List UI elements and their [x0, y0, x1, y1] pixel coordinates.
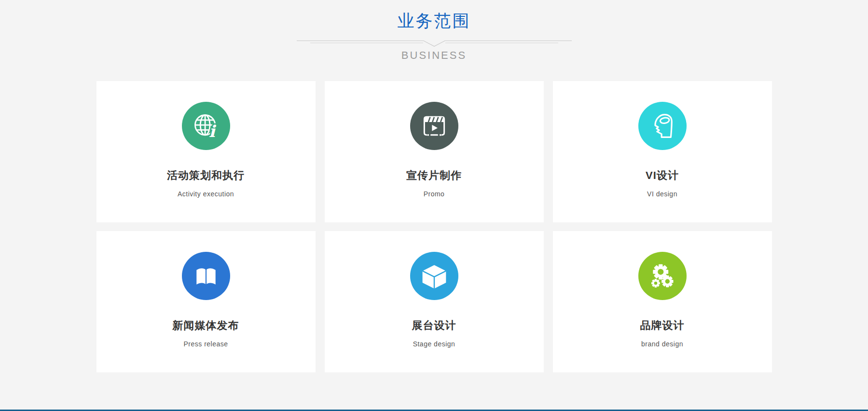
card-subtitle: VI design — [553, 190, 772, 198]
open-book-icon — [182, 252, 230, 300]
section-subtitle: BUSINESS — [0, 49, 868, 62]
divider-chevron — [0, 39, 868, 48]
card-subtitle: Press release — [96, 340, 316, 348]
head-profile-icon — [638, 102, 687, 150]
card-title: 宣传片制作 — [325, 168, 544, 183]
video-clapperboard-icon — [410, 102, 458, 150]
page-title: 业务范围 — [0, 11, 868, 31]
card-subtitle: Promo — [325, 190, 544, 198]
business-card-stage-design[interactable]: 展台设计 Stage design — [325, 231, 544, 372]
business-section-header: 业务范围 BUSINESS — [0, 0, 868, 62]
card-title: 新闻媒体发布 — [96, 318, 316, 333]
card-title: VI设计 — [553, 168, 772, 183]
business-card-activity-planning[interactable]: i 活动策划和执行 Activity execution — [96, 81, 316, 222]
card-subtitle: Activity execution — [96, 190, 316, 198]
business-grid: i 活动策划和执行 Activity execution 宣传片制作 Promo — [96, 81, 772, 372]
business-card-press-release[interactable]: 新闻媒体发布 Press release — [96, 231, 316, 372]
cube-icon — [410, 252, 458, 300]
gears-icon — [638, 252, 687, 300]
business-card-vi-design[interactable]: VI设计 VI design — [553, 81, 772, 222]
card-title: 品牌设计 — [553, 318, 772, 333]
card-subtitle: brand design — [553, 340, 772, 348]
business-card-brand-design[interactable]: 品牌设计 brand design — [553, 231, 772, 372]
business-card-promo-video[interactable]: 宣传片制作 Promo — [325, 81, 544, 222]
card-subtitle: Stage design — [325, 340, 544, 348]
card-title: 展台设计 — [325, 318, 544, 333]
globe-info-icon: i — [182, 102, 230, 150]
card-title: 活动策划和执行 — [96, 168, 316, 183]
